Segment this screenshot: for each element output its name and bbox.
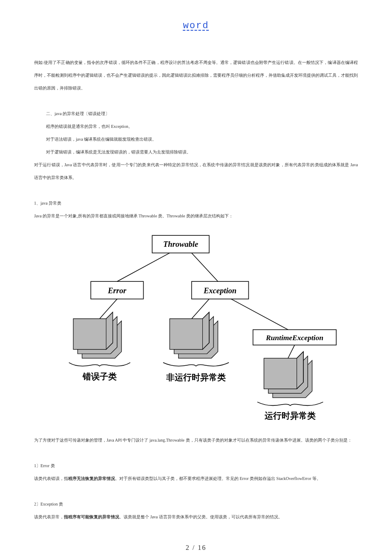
error-label: Error xyxy=(107,286,127,295)
section5-p1-a: 该类代表异常， xyxy=(34,515,64,519)
error-subclass-label: 错误子类 xyxy=(82,372,117,381)
section4-p1: 该类代表错误，指程序无法恢复的异常情况。对于所有错误类型以与其子类，都不要求程序… xyxy=(34,472,358,485)
section4-p1-bold: 程序无法恢复的异常情况 xyxy=(68,476,115,481)
section3-p1: Java 的异常是一个对象,所有的异常都直接或间接地继承 Throwable 类… xyxy=(34,210,358,223)
intro-paragraph: 例如:使用了不正确的变量，指令的次序错误，循环的条件不正确，程序设计的算法考虑不… xyxy=(34,56,358,95)
svg-line-2 xyxy=(100,299,117,318)
section2-p2: 对于语法错误，java 编译系统在编辑就能发现检查出错误。 xyxy=(34,133,358,146)
svg-line-1 xyxy=(192,253,218,281)
brace-runtime xyxy=(257,402,323,405)
svg-line-4 xyxy=(231,299,288,330)
throwable-label: Throwable xyxy=(163,240,198,249)
brace-nonruntime xyxy=(163,362,229,366)
section5-p1-b: 。该类就是整个 Java 语言异常类体系中的父类。使用该类，可以代表所有异常的情… xyxy=(119,515,282,519)
section2-p3: 对于逻辑错误，编译系统是无法发现错误的，错误需要人为去发现排除错误。 xyxy=(34,146,358,159)
section2-p4: 对于运行错误，Java 语言中代表异常时，使用一个专门的类来代表一种特定的异常情… xyxy=(34,159,358,184)
page-title: word xyxy=(34,13,358,39)
section3-title: 1、java 异常类 xyxy=(34,197,358,210)
runtime-stack-icon xyxy=(264,351,312,397)
brace-error xyxy=(69,362,130,366)
error-stack-icon xyxy=(73,312,121,358)
nonruntime-stack-icon xyxy=(170,312,218,358)
section4-p1-b: 。对于所有错误类型以与其子类，都不要求程序进展处理。常见的 Error 类例如存… xyxy=(115,476,321,481)
section3-p2: 为了方便对于这些可传递对象的管理，Java API 中专门设计了 java.la… xyxy=(34,434,358,447)
page-number: 2 / 16 xyxy=(34,538,358,555)
exception-label: Exception xyxy=(203,286,236,295)
section4-p1-a: 该类代表错误，指 xyxy=(34,476,68,481)
section5-p1-bold: 指程序有可能恢复的异常情况 xyxy=(64,515,119,519)
section2-p1: 程序的错误就是通常的异常，也叫 Exception。 xyxy=(34,120,358,133)
svg-line-5 xyxy=(288,345,294,358)
nonruntime-label: 非运行时异常类 xyxy=(166,373,226,382)
section5-title: 2〕Exception 类 xyxy=(34,498,358,511)
svg-line-0 xyxy=(117,253,170,281)
section4-title: 1〕Error 类 xyxy=(34,460,358,472)
runtime-subclass-label: 运行时异常类 xyxy=(264,411,316,420)
hierarchy-diagram: Throwable Error Exception RuntimeExcepti… xyxy=(34,223,358,434)
section2-title: 二、java 的异常处理〔错误处理〕 xyxy=(34,107,358,120)
runtime-label: RuntimeException xyxy=(265,333,323,342)
section5-p1: 该类代表异常，指程序有可能恢复的异常情况。该类就是整个 Java 语言异常类体系… xyxy=(34,511,358,523)
